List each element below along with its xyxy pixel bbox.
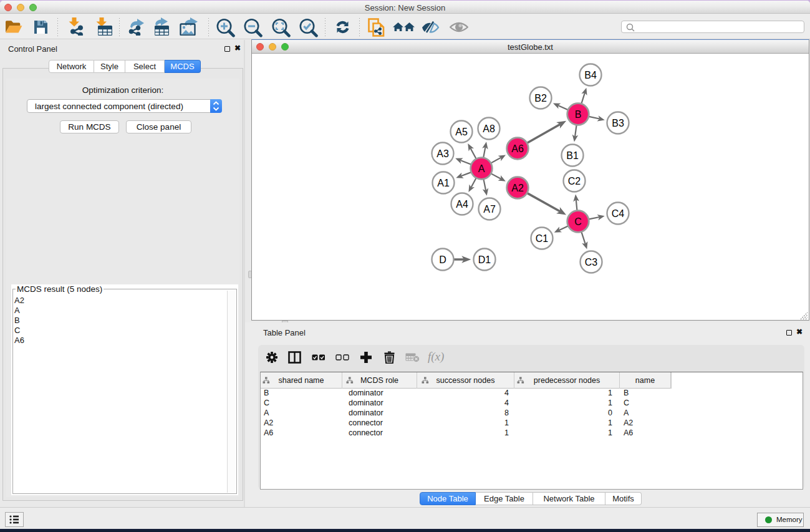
svg-text:A8: A8 bbox=[483, 123, 495, 134]
svg-text:A: A bbox=[478, 163, 485, 174]
svg-text:A6: A6 bbox=[511, 143, 524, 154]
svg-text:C2: C2 bbox=[568, 176, 581, 186]
svg-text:C: C bbox=[574, 216, 582, 227]
svg-text:A2: A2 bbox=[511, 183, 524, 193]
svg-text:A5: A5 bbox=[455, 127, 468, 137]
svg-text:D1: D1 bbox=[478, 254, 491, 265]
svg-text:B2: B2 bbox=[534, 93, 547, 104]
svg-text:C1: C1 bbox=[536, 233, 549, 244]
svg-text:B: B bbox=[575, 109, 582, 120]
svg-text:B4: B4 bbox=[584, 70, 597, 80]
svg-text:A4: A4 bbox=[456, 199, 468, 210]
svg-text:A3: A3 bbox=[436, 148, 449, 159]
svg-text:D: D bbox=[439, 254, 446, 265]
svg-text:A7: A7 bbox=[483, 204, 496, 215]
svg-text:C3: C3 bbox=[585, 257, 598, 268]
svg-text:C4: C4 bbox=[612, 208, 625, 219]
svg-text:A1: A1 bbox=[437, 178, 450, 188]
svg-text:B1: B1 bbox=[566, 150, 579, 161]
svg-text:B3: B3 bbox=[612, 118, 624, 128]
